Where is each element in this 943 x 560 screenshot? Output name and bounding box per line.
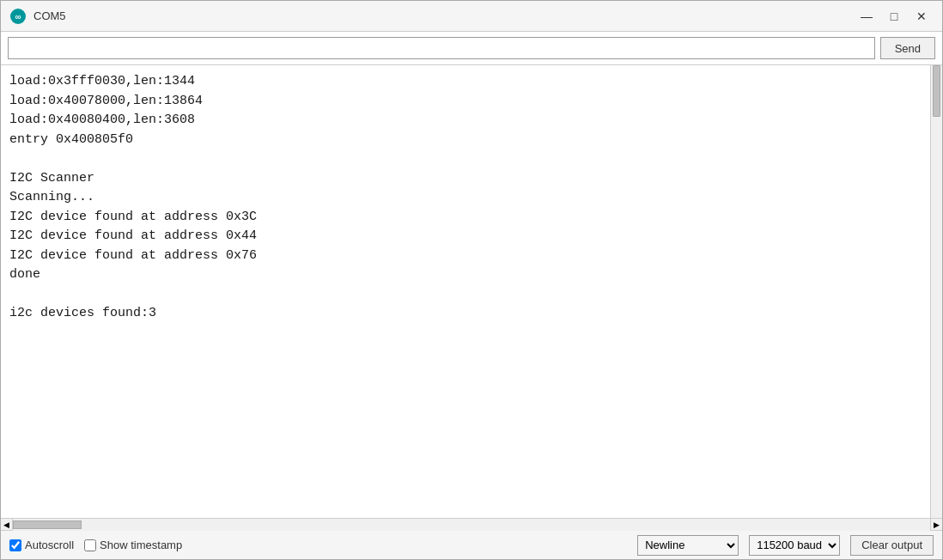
svg-text:∞: ∞ [15,12,21,21]
show-timestamp-label[interactable]: Show timestamp [84,539,182,551]
send-button[interactable]: Send [880,37,935,59]
baud-select[interactable]: 300 baud1200 baud2400 baud4800 baud9600 … [749,535,840,556]
newline-select[interactable]: No line endingNewlineCarriage returnBoth… [637,535,739,556]
scroll-right-button[interactable]: ▶ [930,519,942,531]
vertical-scrollbar[interactable] [930,65,942,518]
autoscroll-checkbox[interactable] [9,539,21,551]
clear-output-button[interactable]: Clear output [850,535,934,556]
close-button[interactable]: ✕ [910,7,934,26]
show-timestamp-checkbox[interactable] [84,539,96,551]
scroll-left-button[interactable]: ◀ [1,519,13,531]
window-controls: — □ ✕ [855,7,934,26]
h-scroll-thumb[interactable] [13,520,82,529]
maximize-button[interactable]: □ [882,7,906,26]
scroll-thumb[interactable] [933,65,940,117]
window-title: COM5 [33,9,855,22]
arduino-icon: ∞ [9,8,27,25]
minimize-button[interactable]: — [855,7,879,26]
scroll-track [931,65,942,518]
h-scroll-track [13,519,930,531]
serial-input[interactable] [8,37,875,59]
output-area: load:0x3fff0030,len:1344 load:0x40078000… [1,65,942,518]
main-window: ∞ COM5 — □ ✕ Send load:0x3fff0030,len:13… [0,0,943,560]
status-bar: Autoscroll Show timestamp No line ending… [1,530,942,559]
serial-output[interactable]: load:0x3fff0030,len:1344 load:0x40078000… [1,65,930,518]
autoscroll-label[interactable]: Autoscroll [9,539,74,551]
horizontal-scrollbar: ◀ ▶ [1,518,942,530]
input-bar: Send [1,32,942,65]
title-bar: ∞ COM5 — □ ✕ [1,1,942,32]
